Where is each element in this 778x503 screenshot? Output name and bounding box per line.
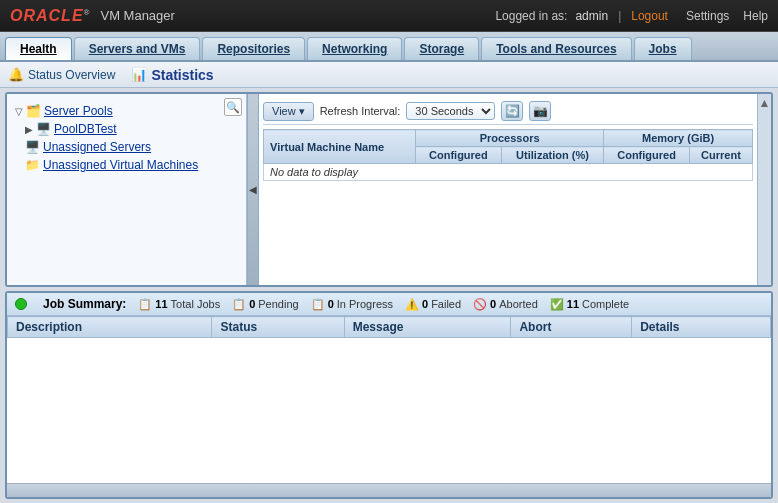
status-col-header: Status <box>212 317 344 338</box>
vm-icon: 📁 <box>25 158 40 172</box>
view-dropdown[interactable]: View ▾ <box>263 102 314 121</box>
statistics-link[interactable]: 📊 Statistics <box>131 67 213 83</box>
no-data-cell: No data to display <box>264 164 753 181</box>
top-panel: 🔍 ▽ 🗂️ Server Pools ▶ 🖥️ PoolDBTest 🖥️ <box>5 92 773 287</box>
tree-content: ▽ 🗂️ Server Pools ▶ 🖥️ PoolDBTest 🖥️ Una… <box>7 94 246 180</box>
aborted-stat: 🚫 0 Aborted <box>473 298 538 311</box>
logout-link[interactable]: Logout <box>631 9 668 23</box>
no-data-row: No data to display <box>264 164 753 181</box>
total-value: 11 <box>155 298 167 310</box>
oracle-logo: ORACLE® <box>10 7 90 25</box>
in-progress-value: 0 <box>328 298 334 310</box>
failed-value: 0 <box>422 298 428 310</box>
pool-icon: 🖥️ <box>36 122 51 136</box>
top-header: ORACLE® VM Manager Logged in as: admin |… <box>0 0 778 32</box>
stats-table: Virtual Machine Name Processors Memory (… <box>263 129 753 181</box>
in-progress-icon: 📋 <box>311 298 325 311</box>
failed-label: Failed <box>431 298 461 310</box>
sub-header: 🔔 Status Overview 📊 Statistics <box>0 62 778 88</box>
username: admin <box>575 9 608 23</box>
status-overview-link[interactable]: 🔔 Status Overview <box>8 67 115 82</box>
jobs-table-container: Description Status Message Abort Details <box>7 316 771 483</box>
pool-db-test-label: PoolDBTest <box>54 122 117 136</box>
utilization-header: Utilization (%) <box>501 147 604 164</box>
main-content: 🔍 ▽ 🗂️ Server Pools ▶ 🖥️ PoolDBTest 🖥️ <box>0 88 778 503</box>
expand-arrow-pool: ▶ <box>25 124 33 135</box>
refresh-button[interactable]: 🔄 <box>501 101 523 121</box>
abort-col-header: Abort <box>511 317 632 338</box>
status-dot <box>15 298 27 310</box>
total-jobs-stat: 📋 11 Total Jobs <box>138 298 220 311</box>
help-menu[interactable]: Help <box>743 9 768 23</box>
failed-icon: ⚠️ <box>405 298 419 311</box>
job-summary-bar: Job Summary: 📋 11 Total Jobs 📋 0 Pending… <box>7 293 771 316</box>
tree-search-button[interactable]: 🔍 <box>224 98 242 116</box>
description-col-header: Description <box>8 317 212 338</box>
app-title: VM Manager <box>100 8 174 23</box>
tree-panel: 🔍 ▽ 🗂️ Server Pools ▶ 🖥️ PoolDBTest 🖥️ <box>7 94 247 285</box>
unassigned-servers-label: Unassigned Servers <box>43 140 151 154</box>
vm-name-header: Virtual Machine Name <box>264 130 416 164</box>
logged-in-label: Logged in as: <box>495 9 567 23</box>
details-col-header: Details <box>632 317 771 338</box>
tab-tools-resources[interactable]: Tools and Resources <box>481 37 631 60</box>
pending-value: 0 <box>249 298 255 310</box>
pending-icon: 📋 <box>232 298 246 311</box>
refresh-label: Refresh Interval: <box>320 105 401 117</box>
tree-unassigned-servers[interactable]: 🖥️ Unassigned Servers <box>11 138 242 156</box>
current-header: Current <box>689 147 752 164</box>
refresh-interval-select[interactable]: 30 Seconds 15 Seconds 1 Minute 5 Minutes… <box>406 102 495 120</box>
collapse-handle[interactable]: ◀ <box>247 94 259 285</box>
tab-servers-vms[interactable]: Servers and VMs <box>74 37 201 60</box>
expand-arrow: ▽ <box>15 106 23 117</box>
bell-icon: 🔔 <box>8 67 24 82</box>
complete-stat: ✅ 11 Complete <box>550 298 629 311</box>
status-overview-label: Status Overview <box>28 68 115 82</box>
stats-icon: 📊 <box>131 67 147 82</box>
statistics-label: Statistics <box>151 67 213 83</box>
server-icon: 🖥️ <box>25 140 40 154</box>
failed-stat: ⚠️ 0 Failed <box>405 298 461 311</box>
job-summary-label: Job Summary: <box>43 297 126 311</box>
tree-server-pools[interactable]: ▽ 🗂️ Server Pools <box>11 102 242 120</box>
header-right: Logged in as: admin | Logout Settings He… <box>495 9 768 23</box>
message-col-header: Message <box>344 317 511 338</box>
complete-icon: ✅ <box>550 298 564 311</box>
settings-menu[interactable]: Settings <box>686 9 729 23</box>
jobs-table: Description Status Message Abort Details <box>7 316 771 338</box>
export-button[interactable]: 📷 <box>529 101 551 121</box>
logo-area: ORACLE® VM Manager <box>10 7 175 25</box>
stats-panel: View ▾ Refresh Interval: 30 Seconds 15 S… <box>259 94 757 285</box>
tree-pool-db-test[interactable]: ▶ 🖥️ PoolDBTest <box>11 120 242 138</box>
aborted-value: 0 <box>490 298 496 310</box>
stats-toolbar: View ▾ Refresh Interval: 30 Seconds 15 S… <box>263 98 753 125</box>
configured-header2: Configured <box>604 147 690 164</box>
total-label: Total Jobs <box>171 298 221 310</box>
tab-repositories[interactable]: Repositories <box>202 37 305 60</box>
in-progress-stat: 📋 0 In Progress <box>311 298 393 311</box>
server-pools-folder-icon: 🗂️ <box>26 104 41 118</box>
pending-stat: 📋 0 Pending <box>232 298 299 311</box>
bottom-scrollbar[interactable] <box>7 483 771 497</box>
complete-value: 11 <box>567 298 579 310</box>
in-progress-label: In Progress <box>337 298 393 310</box>
scroll-up-icon: ▲ <box>759 96 771 110</box>
tab-networking[interactable]: Networking <box>307 37 402 60</box>
right-scrollbar[interactable]: ▲ <box>757 94 771 285</box>
tree-unassigned-vms[interactable]: 📁 Unassigned Virtual Machines <box>11 156 242 174</box>
processors-header: Processors <box>416 130 604 147</box>
tab-jobs[interactable]: Jobs <box>634 37 692 60</box>
total-icon: 📋 <box>138 298 152 311</box>
unassigned-vms-label: Unassigned Virtual Machines <box>43 158 198 172</box>
nav-tabs: Health Servers and VMs Repositories Netw… <box>0 32 778 62</box>
bottom-panel: Job Summary: 📋 11 Total Jobs 📋 0 Pending… <box>5 291 773 499</box>
aborted-icon: 🚫 <box>473 298 487 311</box>
server-pools-label: Server Pools <box>44 104 113 118</box>
memory-header: Memory (GiB) <box>604 130 753 147</box>
configured-header: Configured <box>416 147 502 164</box>
tab-storage[interactable]: Storage <box>404 37 479 60</box>
chevron-down-icon: ▾ <box>299 105 305 118</box>
complete-label: Complete <box>582 298 629 310</box>
aborted-label: Aborted <box>499 298 538 310</box>
tab-health[interactable]: Health <box>5 37 72 60</box>
